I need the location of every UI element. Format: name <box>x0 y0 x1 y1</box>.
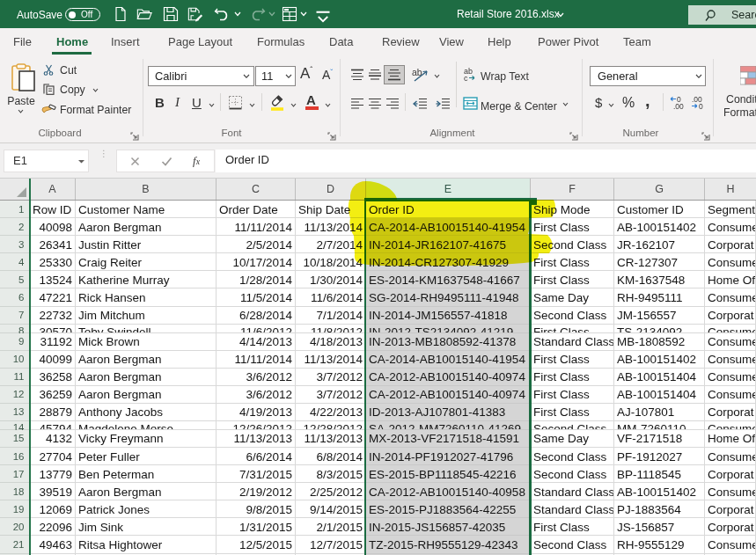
svg-text:.00: .00 <box>673 102 684 110</box>
svg-text:c: c <box>464 74 468 81</box>
svg-text:0: 0 <box>699 102 703 110</box>
